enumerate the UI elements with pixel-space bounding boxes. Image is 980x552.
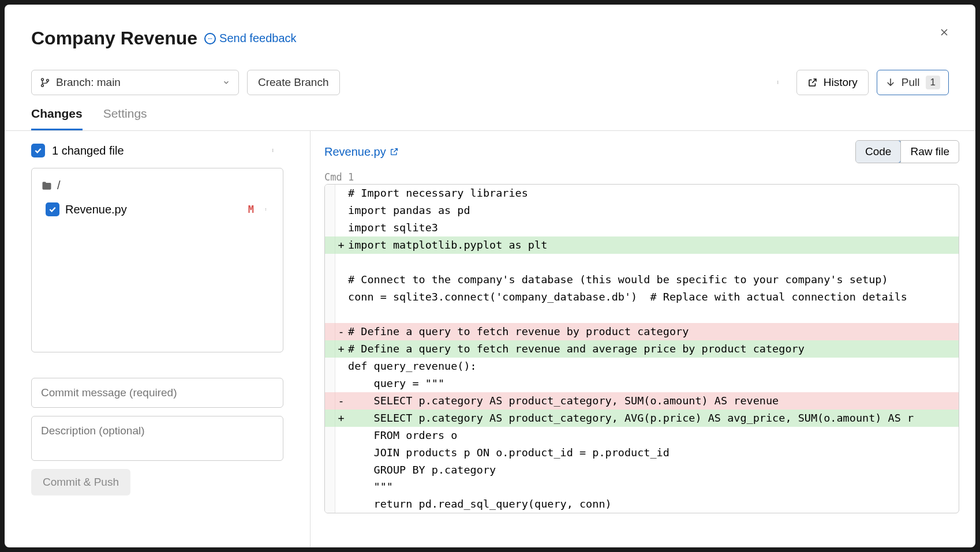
svg-point-7 xyxy=(777,82,778,82)
svg-point-2 xyxy=(211,38,212,39)
diff-line: import sqlite3 xyxy=(325,219,959,236)
feedback-label: Send feedback xyxy=(219,32,296,45)
file-tree-item[interactable]: Revenue.py M xyxy=(38,196,277,223)
view-raw-button[interactable]: Raw file xyxy=(900,141,959,163)
commit-push-button[interactable]: Commit & Push xyxy=(31,469,130,495)
file-item-menu[interactable] xyxy=(260,200,274,219)
arrow-down-icon xyxy=(885,77,896,88)
tree-root[interactable]: / xyxy=(38,175,277,196)
file-name: Revenue.py xyxy=(65,203,242,216)
diff-viewer: # Import necessary libraries import pand… xyxy=(324,184,959,513)
diff-line: conn = sqlite3.connect('company_database… xyxy=(325,288,959,306)
file-checkbox[interactable] xyxy=(46,202,59,216)
diff-line: # Connect to the company's database (thi… xyxy=(325,271,959,288)
diff-line: FROM orders o xyxy=(325,427,959,444)
svg-point-5 xyxy=(47,79,49,81)
diff-line: - SELECT p.category AS product_category,… xyxy=(325,392,959,410)
check-icon xyxy=(33,146,43,155)
close-icon xyxy=(938,27,950,38)
select-all-checkbox[interactable] xyxy=(31,144,45,157)
diff-line: JOIN products p ON o.product_id = p.prod… xyxy=(325,444,959,461)
svg-point-3 xyxy=(42,78,44,81)
diff-line: +import matplotlib.pyplot as plt xyxy=(325,236,959,254)
svg-point-1 xyxy=(210,38,211,39)
diff-line: """ xyxy=(325,478,959,495)
commit-description-input[interactable] xyxy=(31,416,283,461)
chat-icon xyxy=(204,33,216,44)
toolbar: Branch: main Create Branch History Pull … xyxy=(31,70,949,95)
diff-line xyxy=(325,306,959,323)
svg-point-12 xyxy=(265,208,266,209)
branch-label: Branch: main xyxy=(56,76,216,89)
pull-count-badge: 1 xyxy=(926,76,940,89)
file-name-link[interactable]: Revenue.py xyxy=(324,145,399,159)
diff-line: return pd.read_sql_query(query, conn) xyxy=(325,495,959,513)
pull-label: Pull xyxy=(902,76,920,89)
svg-point-0 xyxy=(208,38,210,39)
changed-files-count: 1 changed file xyxy=(52,144,258,157)
external-link-icon xyxy=(807,77,818,88)
root-path-label: / xyxy=(57,179,61,192)
file-header: Revenue.py Code Raw file xyxy=(324,140,959,163)
diff-line: query = """ xyxy=(325,375,959,392)
main-content: 1 changed file / Revenue.py M xyxy=(5,131,975,547)
branch-icon xyxy=(40,77,50,88)
cmd-label: Cmd 1 xyxy=(324,171,959,183)
kebab-icon xyxy=(272,144,276,157)
svg-point-8 xyxy=(777,83,778,84)
view-toggle: Code Raw file xyxy=(855,140,959,163)
diff-line: GROUP BY p.category xyxy=(325,461,959,479)
create-branch-button[interactable]: Create Branch xyxy=(247,70,340,95)
diff-line: +# Define a query to fetch revenue and a… xyxy=(325,340,959,358)
modal-dialog: Company Revenue Send feedback Branch: ma… xyxy=(5,5,975,547)
diff-line xyxy=(325,254,959,271)
diff-line: -# Define a query to fetch revenue by pr… xyxy=(325,323,959,340)
svg-point-6 xyxy=(777,81,778,81)
kebab-icon xyxy=(265,204,268,215)
send-feedback-link[interactable]: Send feedback xyxy=(204,32,296,45)
right-panel: Revenue.py Code Raw file Cmd 1 # Import … xyxy=(311,131,975,547)
history-button[interactable]: History xyxy=(796,70,869,95)
diff-line: def query_revenue(): xyxy=(325,358,959,375)
svg-point-10 xyxy=(272,150,273,151)
svg-point-11 xyxy=(272,151,273,152)
file-tree: / Revenue.py M xyxy=(31,168,283,352)
svg-point-14 xyxy=(265,210,266,211)
changed-files-header: 1 changed file xyxy=(31,141,283,160)
tab-changes[interactable]: Changes xyxy=(31,107,83,130)
svg-point-4 xyxy=(42,84,44,87)
folder-icon xyxy=(41,180,53,191)
svg-point-9 xyxy=(272,149,273,149)
commit-message-input[interactable] xyxy=(31,378,283,408)
close-button[interactable] xyxy=(935,23,953,42)
kebab-icon xyxy=(777,76,781,89)
diff-line: # Import necessary libraries xyxy=(325,185,959,202)
external-link-icon xyxy=(390,147,399,156)
pull-button[interactable]: Pull 1 xyxy=(877,70,949,95)
branch-selector[interactable]: Branch: main xyxy=(31,70,239,95)
check-icon xyxy=(48,205,57,214)
more-actions-button[interactable] xyxy=(770,73,788,92)
diff-line: + SELECT p.category AS product_category,… xyxy=(325,410,959,427)
diff-line: import pandas as pd xyxy=(325,202,959,219)
changed-files-menu[interactable] xyxy=(265,141,283,160)
tabs: Changes Settings xyxy=(5,107,975,131)
dialog-header: Company Revenue Send feedback xyxy=(31,28,949,49)
page-title: Company Revenue xyxy=(31,28,197,49)
view-code-button[interactable]: Code xyxy=(855,140,901,163)
tab-settings[interactable]: Settings xyxy=(103,107,147,130)
left-panel: 1 changed file / Revenue.py M xyxy=(5,131,311,547)
chevron-down-icon xyxy=(222,78,230,87)
svg-point-13 xyxy=(265,209,266,209)
modified-badge: M xyxy=(248,204,254,215)
history-label: History xyxy=(824,76,858,89)
